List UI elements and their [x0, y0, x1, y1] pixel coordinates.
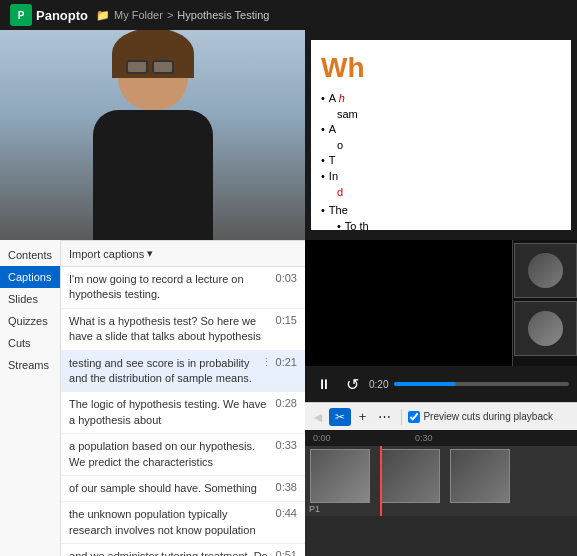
dropdown-arrow-icon: ▾ — [147, 247, 153, 260]
left-panel: Contents Captions Slides Quizzes Cuts St… — [0, 240, 305, 556]
bullet-the-sub: • — [337, 220, 341, 230]
bullet-1: • — [321, 92, 325, 104]
caption-text: What is a hypothesis test? So here we ha… — [69, 314, 272, 345]
sub-2-text: o — [337, 139, 343, 151]
progress-fill — [394, 382, 455, 386]
rewind-button[interactable]: ↺ — [341, 373, 363, 395]
breadcrumb-folder[interactable]: My Folder — [114, 9, 163, 21]
bullet-1-text: A h — [329, 92, 345, 104]
bullet-the-text: The — [329, 204, 348, 216]
caption-text: of our sample should have. Something — [69, 481, 272, 496]
logo-icon: P — [10, 4, 32, 26]
scissors-button[interactable]: ✂ — [329, 408, 351, 426]
caption-time: 0:15 — [276, 314, 297, 326]
preview-cuts-text: Preview cuts during playback — [423, 411, 553, 422]
caption-time: 0:38 — [276, 481, 297, 493]
folder-icon: 📁 — [96, 9, 110, 22]
preview-cuts-checkbox[interactable] — [408, 411, 420, 423]
edit-toolbar: ◄ ✂ + ⋯ Preview cuts during playback — [305, 402, 577, 430]
sub-4-text: d — [337, 186, 343, 198]
slide-title: Wh — [321, 52, 561, 84]
preview-cuts-label[interactable]: Preview cuts during playback — [408, 411, 553, 423]
slide-bullet-the: • The — [321, 204, 561, 216]
sidebar-item-slides[interactable]: Slides — [0, 288, 60, 310]
app-logo: P Panopto — [10, 4, 88, 26]
sidebar-item-contents[interactable]: Contents — [0, 244, 60, 266]
bullet-2: • — [321, 123, 325, 135]
p1-label: P1 — [309, 504, 320, 514]
bottom-area: Contents Captions Slides Quizzes Cuts St… — [0, 240, 577, 556]
bullet-3-text: T — [329, 154, 336, 166]
caption-time: 0:28 — [276, 397, 297, 409]
caption-text: the unknown population typically researc… — [69, 507, 272, 538]
add-cut-button[interactable]: + — [355, 407, 371, 426]
slide-sub-2: o — [337, 139, 561, 151]
webcam-panel — [0, 30, 305, 240]
caption-time: 0:44 — [276, 507, 297, 519]
current-time: 0:20 — [369, 379, 388, 390]
timeline-area[interactable]: 0:00 0:30 P1 — [305, 430, 577, 556]
caption-item[interactable]: of our sample should have. Something 0:3… — [61, 476, 305, 502]
slide-bullet-1: • A h — [321, 92, 561, 104]
ruler-mark-30: 0:30 — [415, 433, 433, 443]
captions-panel: Import captions ▾ I'm now going to recor… — [61, 240, 305, 556]
caption-item[interactable]: a population based on our hypothesis. We… — [61, 434, 305, 476]
bullet-4: • — [321, 170, 325, 182]
nav-left-button[interactable]: ◄ — [311, 409, 325, 425]
caption-text: and we administer tutoring treatment. Do… — [69, 549, 272, 556]
caption-item[interactable]: The logic of hypothesis testing. We have… — [61, 392, 305, 434]
slide-sub-the: • To th — [337, 220, 561, 230]
slide-panel: Wh • A h sam • A o • T • In — [305, 30, 577, 240]
slide-content: Wh • A h sam • A o • T • In — [311, 40, 571, 230]
caption-menu-icon[interactable]: ⋮ — [261, 356, 272, 369]
caption-time: 0:03 — [276, 272, 297, 284]
slide-bullet-4: • In — [321, 170, 561, 182]
slide-bullet-2: • A — [321, 123, 561, 135]
bullet-4-text: In — [329, 170, 338, 182]
top-bar: P Panopto 📁 My Folder > Hypothesis Testi… — [0, 0, 577, 30]
play-pause-button[interactable]: ⏸ — [313, 373, 335, 395]
bullet-3: • — [321, 154, 325, 166]
bullet-the: • — [321, 204, 325, 216]
timeline-thumbnail — [450, 449, 510, 503]
toolbar-divider — [401, 409, 402, 425]
sidebar-item-quizzes[interactable]: Quizzes — [0, 310, 60, 332]
breadcrumb-current: Hypothesis Testing — [177, 9, 269, 21]
caption-time: 0:51 — [276, 549, 297, 556]
timeline-ruler: 0:00 0:30 — [305, 430, 577, 446]
slide-sub-4: d — [337, 186, 561, 198]
sidebar: Contents Captions Slides Quizzes Cuts St… — [0, 240, 61, 556]
main-area: Wh • A h sam • A o • T • In — [0, 30, 577, 240]
timeline-playhead[interactable] — [380, 446, 382, 516]
captions-list[interactable]: I'm now going to record a lecture on hyp… — [61, 267, 305, 556]
app-name: Panopto — [36, 8, 88, 23]
timeline-track[interactable]: P1 — [305, 446, 577, 516]
sub-1-text: sam — [337, 108, 358, 120]
caption-item[interactable]: I'm now going to record a lecture on hyp… — [61, 267, 305, 309]
playback-area: ⏸ ↺ 0:20 ◄ ✂ + ⋯ Preview cuts during pla… — [305, 240, 577, 556]
caption-text: testing and see score is in probability … — [69, 356, 257, 387]
slide-bullet-3: • T — [321, 154, 561, 166]
ruler-mark-0: 0:00 — [313, 433, 331, 443]
breadcrumb-separator: > — [167, 9, 173, 21]
bullet-2-text: A — [329, 123, 336, 135]
caption-item[interactable]: the unknown population typically researc… — [61, 502, 305, 544]
sub-the-text: To th — [345, 220, 369, 230]
sidebar-item-cuts[interactable]: Cuts — [0, 332, 60, 354]
playback-video — [305, 240, 577, 366]
sidebar-item-captions[interactable]: Captions — [0, 266, 60, 288]
caption-item[interactable]: and we administer tutoring treatment. Do… — [61, 544, 305, 556]
import-captions-button[interactable]: Import captions ▾ — [69, 247, 153, 260]
breadcrumb: 📁 My Folder > Hypothesis Testing — [96, 9, 269, 22]
progress-bar[interactable] — [394, 382, 569, 386]
caption-item-active[interactable]: testing and see score is in probability … — [61, 351, 305, 393]
caption-text: a population based on our hypothesis. We… — [69, 439, 272, 470]
caption-text: I'm now going to record a lecture on hyp… — [69, 272, 272, 303]
sidebar-item-streams[interactable]: Streams — [0, 354, 60, 376]
slide-section-2: • The • To th — [321, 204, 561, 230]
timeline-thumbnail — [310, 449, 370, 503]
webcam-feed — [0, 30, 305, 240]
more-options-button[interactable]: ⋯ — [374, 407, 395, 426]
caption-text: The logic of hypothesis testing. We have… — [69, 397, 272, 428]
caption-item[interactable]: What is a hypothesis test? So here we ha… — [61, 309, 305, 351]
